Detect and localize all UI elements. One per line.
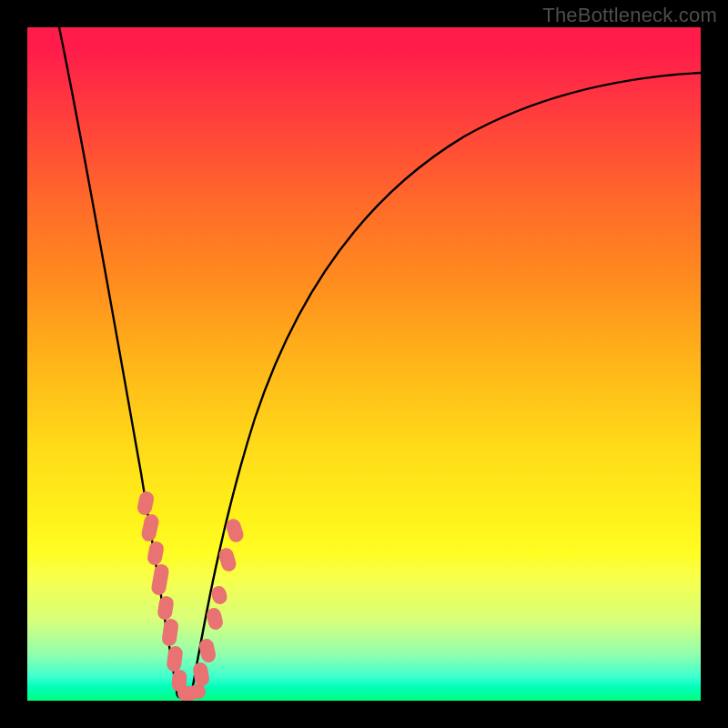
svg-rect-10 [192,662,210,687]
svg-rect-1 [140,513,160,543]
watermark-text: TheBottleneck.com [542,4,717,27]
chart-frame: TheBottleneck.com [0,0,728,728]
svg-rect-4 [157,595,175,621]
marker-cluster-left [136,490,197,701]
svg-rect-9 [189,684,206,699]
svg-rect-0 [136,490,155,517]
bottleneck-curve [27,27,701,701]
svg-rect-13 [210,584,229,605]
svg-rect-2 [147,541,166,567]
svg-rect-5 [161,618,179,647]
marker-cluster-right [189,517,245,699]
curve-left [59,27,177,696]
svg-rect-6 [166,645,183,672]
plot-area [27,27,701,701]
curve-right [191,73,701,696]
svg-rect-3 [150,563,170,596]
